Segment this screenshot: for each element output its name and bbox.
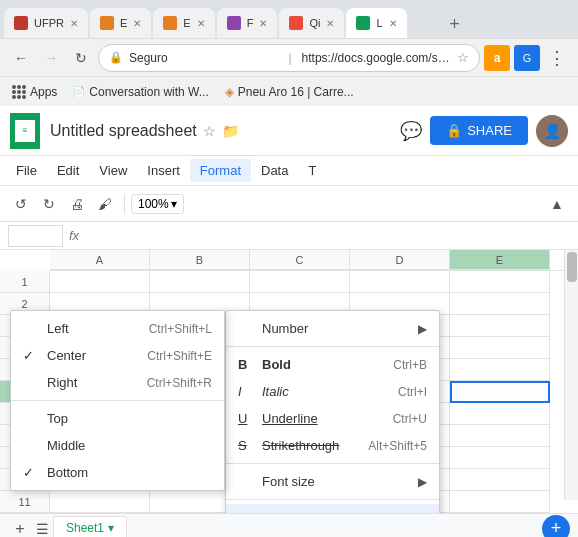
secure-label: Seguro	[129, 51, 278, 65]
scrollbar-thumb[interactable]	[567, 252, 577, 282]
address-bar[interactable]: 🔒 Seguro | https://docs.google.com/sprea…	[98, 44, 480, 72]
strikethrough-shortcut: Alt+Shift+5	[368, 439, 427, 453]
cell-e3[interactable]	[450, 315, 550, 337]
align-right-shortcut: Ctrl+Shift+R	[147, 376, 212, 390]
folder-icon[interactable]: 📁	[222, 123, 239, 139]
formula-input[interactable]	[85, 228, 570, 243]
tab-close[interactable]: ✕	[197, 18, 205, 29]
cell-e5[interactable]	[450, 359, 550, 381]
menu-format[interactable]: Format	[190, 159, 251, 182]
extension-btn-other[interactable]: G	[514, 45, 540, 71]
star-icon[interactable]: ☆	[203, 123, 216, 139]
collapse-button[interactable]: ▲	[544, 191, 570, 217]
add-sheet-button[interactable]: +	[8, 517, 32, 538]
bookmarks-bar: Apps 📄 Conversation with W... ◈ Pneu Aro…	[0, 76, 578, 106]
tab-f[interactable]: F ✕	[217, 8, 278, 38]
cell-e4[interactable]	[450, 337, 550, 359]
menu-data[interactable]: Data	[251, 159, 298, 182]
zoom-selector[interactable]: 100% ▾	[131, 194, 184, 214]
format-align-label: Align	[262, 510, 291, 513]
cell-e7[interactable]	[450, 403, 550, 425]
menu-bar: File Edit View Insert Format Data T	[0, 156, 578, 186]
align-left-item[interactable]: Left Ctrl+Shift+L	[11, 315, 224, 342]
format-underline-item[interactable]: U Underline Ctrl+U	[226, 405, 439, 432]
spreadsheet-title[interactable]: Untitled spreadsheet	[50, 122, 197, 140]
undo-button[interactable]: ↺	[8, 191, 34, 217]
new-tab-button[interactable]: +	[441, 10, 469, 38]
cell-e9[interactable]	[450, 447, 550, 469]
bookmark-pneu[interactable]: ◈ Pneu Aro 16 | Carre...	[221, 83, 358, 101]
format-number-item[interactable]: Number ▶	[226, 315, 439, 342]
sheet-tab-sheet1[interactable]: Sheet1 ▾	[53, 516, 127, 538]
cell-b1[interactable]	[150, 271, 250, 293]
header-right: 💬 🔒 SHARE 👤	[400, 115, 568, 147]
tab-close[interactable]: ✕	[326, 18, 334, 29]
paint-format-button[interactable]: 🖌	[92, 191, 118, 217]
floating-add-button[interactable]: +	[542, 515, 570, 538]
vertical-scrollbar[interactable]	[564, 250, 578, 500]
align-bottom-item[interactable]: ✓ Bottom	[11, 459, 224, 486]
align-middle-item[interactable]: Middle	[11, 432, 224, 459]
user-avatar[interactable]: 👤	[536, 115, 568, 147]
menu-dots-button[interactable]: ⋮	[544, 45, 570, 71]
align-right-item[interactable]: Right Ctrl+Shift+R	[11, 369, 224, 396]
tab-close[interactable]: ✕	[389, 18, 397, 29]
share-button[interactable]: 🔒 SHARE	[430, 116, 528, 145]
tab-close[interactable]: ✕	[133, 18, 141, 29]
print-button[interactable]: 🖨	[64, 191, 90, 217]
check-placeholder: U	[238, 411, 254, 426]
sheet-tab-label: Sheet1	[66, 521, 104, 535]
format-italic-item[interactable]: I Italic Ctrl+I	[226, 378, 439, 405]
tab-sheets-active[interactable]: L ✕	[346, 8, 406, 38]
align-top-item[interactable]: Top	[11, 405, 224, 432]
check-icon: ✓	[23, 465, 39, 480]
address-text: https://docs.google.com/spreadshe...	[302, 51, 451, 65]
back-button[interactable]: ←	[8, 45, 34, 71]
cell-e10[interactable]	[450, 469, 550, 491]
tab-close[interactable]: ✕	[259, 18, 267, 29]
forward-button[interactable]: →	[38, 45, 64, 71]
menu-file[interactable]: File	[6, 159, 47, 182]
fx-label: fx	[69, 228, 79, 243]
underline-shortcut: Ctrl+U	[393, 412, 427, 426]
menu-edit[interactable]: Edit	[47, 159, 89, 182]
tab-e2[interactable]: E ✕	[153, 8, 214, 38]
menu-t[interactable]: T	[298, 159, 326, 182]
cell-e1[interactable]	[450, 271, 550, 293]
bookmark-apps[interactable]: Apps	[8, 83, 61, 101]
refresh-button[interactable]: ↻	[68, 45, 94, 71]
menu-view[interactable]: View	[89, 159, 137, 182]
tab-qi[interactable]: Qi ✕	[279, 8, 344, 38]
sheet-list-icon[interactable]: ☰	[36, 521, 49, 537]
cell-e11[interactable]	[450, 491, 550, 513]
extension-btn-amazon[interactable]: a	[484, 45, 510, 71]
tab-label: Qi	[309, 17, 320, 29]
tab-e1[interactable]: E ✕	[90, 8, 151, 38]
cell-e2[interactable]	[450, 293, 550, 315]
cell-e6[interactable]	[450, 381, 550, 403]
redo-button[interactable]: ↻	[36, 191, 62, 217]
format-strikethrough-item[interactable]: S Strikethrough Alt+Shift+5	[226, 432, 439, 459]
col-header-a: A	[50, 250, 150, 270]
align-left-shortcut: Ctrl+Shift+L	[149, 322, 212, 336]
cell-d1[interactable]	[350, 271, 450, 293]
format-align-item[interactable]: Align ▶	[226, 504, 439, 513]
toolbar: ↺ ↻ 🖨 🖌 100% ▾ ▲	[0, 186, 578, 222]
format-fontsize-item[interactable]: Font size ▶	[226, 468, 439, 495]
browser-chrome: UFPR ✕ E ✕ E ✕ F ✕ Qi ✕ L ✕ +	[0, 0, 578, 106]
cell-reference-input[interactable]	[8, 225, 63, 247]
align-center-item[interactable]: ✓ Center Ctrl+Shift+E	[11, 342, 224, 369]
cell-a11[interactable]	[50, 491, 150, 513]
menu-insert[interactable]: Insert	[137, 159, 190, 182]
tab-ufpr[interactable]: UFPR ✕	[4, 8, 88, 38]
tab-close[interactable]: ✕	[70, 18, 78, 29]
format-bold-item[interactable]: B Bold Ctrl+B	[226, 351, 439, 378]
align-center-shortcut: Ctrl+Shift+E	[147, 349, 212, 363]
comments-icon[interactable]: 💬	[400, 120, 422, 142]
cell-e8[interactable]	[450, 425, 550, 447]
cell-c1[interactable]	[250, 271, 350, 293]
bookmark-conversation[interactable]: 📄 Conversation with W...	[69, 83, 212, 101]
bookmark-star-icon[interactable]: ☆	[457, 50, 469, 65]
cell-a1[interactable]	[50, 271, 150, 293]
arrow-icon: ▶	[418, 322, 427, 336]
